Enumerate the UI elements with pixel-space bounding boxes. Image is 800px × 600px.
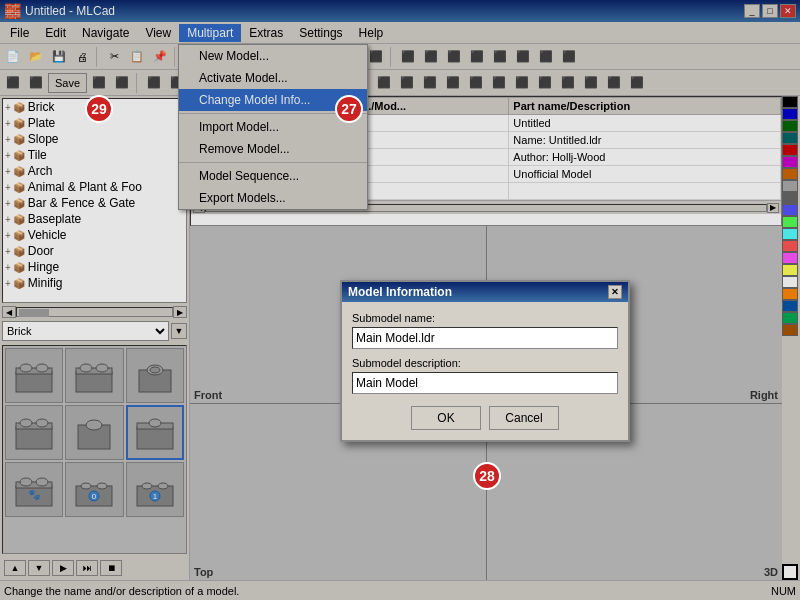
- badge-28: 28: [473, 462, 501, 490]
- model-info-dialog: Model Information ✕ Submodel name: Submo…: [340, 280, 630, 442]
- submodel-desc-input[interactable]: [352, 372, 618, 394]
- ok-button[interactable]: OK: [411, 406, 481, 430]
- badge-27: 27: [335, 95, 363, 123]
- submodel-desc-label: Submodel description:: [352, 357, 618, 369]
- badge-29: 29: [85, 95, 113, 123]
- dialog-title: Model Information: [348, 285, 452, 299]
- cancel-button[interactable]: Cancel: [489, 406, 559, 430]
- submodel-name-label: Submodel name:: [352, 312, 618, 324]
- submodel-name-input[interactable]: [352, 327, 618, 349]
- dialog-buttons: OK Cancel: [352, 406, 618, 430]
- dialog-body: Submodel name: Submodel description: OK …: [342, 302, 628, 440]
- dialog-close-button[interactable]: ✕: [608, 285, 622, 299]
- modal-overlay: Model Information ✕ Submodel name: Submo…: [0, 0, 800, 600]
- dialog-titlebar: Model Information ✕: [342, 282, 628, 302]
